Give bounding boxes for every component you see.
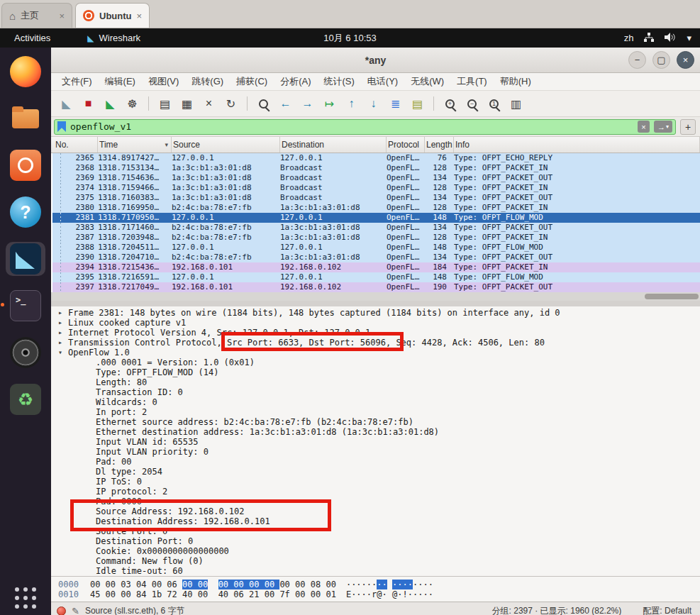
detail-line[interactable]: Pad: 00 (58, 457, 700, 467)
detail-line[interactable]: Internet Protocol Version 4, Src: 127.0.… (58, 328, 700, 338)
display-filter-input[interactable] (70, 121, 633, 132)
expert-info-icon[interactable] (57, 606, 66, 615)
input-language-indicator[interactable]: zh (624, 33, 634, 43)
detail-line[interactable]: Ethernet destination address: 1a:3c:b1:a… (58, 427, 700, 437)
terminal-icon[interactable]: >_ (6, 289, 45, 323)
zoom-in-button[interactable]: + (440, 94, 460, 113)
column-header[interactable]: Length (425, 137, 454, 153)
detail-line[interactable]: IP ToS: 0 (58, 477, 700, 487)
ubuntu-software-icon[interactable] (6, 148, 45, 182)
expander-icon[interactable] (58, 308, 68, 318)
capture-comment-icon[interactable]: ✎ (72, 606, 79, 615)
packet-row[interactable]: 2394 1318.7215436… 192.168.0.101 192.168… (52, 262, 700, 272)
reload-button[interactable]: ↻ (221, 94, 240, 113)
packet-row[interactable]: 2388 1318.7204511… 127.0.0.1 127.0.0.1 O… (52, 243, 700, 253)
menu-go[interactable]: 跳转(G) (185, 73, 230, 90)
expander-icon[interactable] (86, 397, 96, 407)
detail-line[interactable]: Transaction ID: 0 (58, 387, 700, 397)
auto-scroll-button[interactable]: ≣ (386, 94, 405, 113)
restart-capture-button[interactable]: ◣ (101, 94, 120, 113)
open-file-button[interactable]: ▤ (155, 94, 174, 113)
go-to-packet-button[interactable]: ↦ (320, 94, 339, 113)
packet-row[interactable]: 2365 1314.8917427… 127.0.0.1 127.0.0.1 O… (52, 153, 700, 163)
expander-icon[interactable] (86, 556, 96, 566)
expander-icon[interactable] (86, 506, 96, 516)
status-profile[interactable]: 配置: Default (643, 605, 691, 615)
detail-line[interactable]: Destination Port: 0 (58, 536, 700, 546)
packet-row[interactable]: 2387 1318.7203948… b2:4c:ba:78:e7:fb 1a:… (52, 233, 700, 243)
activities-button[interactable]: Activities (14, 33, 50, 43)
horizontal-scrollbar[interactable] (51, 292, 700, 301)
packet-row[interactable]: 2397 1318.7217049… 192.168.0.101 192.168… (52, 282, 700, 292)
zoom-reset-button[interactable]: 1 (484, 94, 504, 113)
expander-icon[interactable] (86, 516, 96, 526)
packet-row[interactable]: 2369 1318.7154636… 1a:3c:b1:a3:01:d8 Bro… (52, 173, 700, 183)
detail-line[interactable]: Pad: 0000 (58, 497, 700, 506)
zoom-out-button[interactable]: − (462, 94, 482, 113)
detail-line[interactable]: .000 0001 = Version: 1.0 (0x01) (58, 358, 700, 367)
go-top-button[interactable]: ↑ (342, 94, 361, 113)
detail-line[interactable]: In port: 2 (58, 407, 700, 417)
expander-icon[interactable] (58, 348, 68, 358)
bookmark-icon[interactable] (57, 121, 66, 132)
hex-row[interactable]: 001045 00 00 84 1b 72 40 00 40 06 21 00 … (58, 589, 700, 599)
packet-row[interactable]: 2375 1318.7160383… 1a:3c:b1:a3:01:d8 Bro… (52, 193, 700, 203)
add-filter-button[interactable]: + (680, 119, 696, 135)
packet-bytes-pane[interactable]: 000000 00 03 04 00 06 00 00 00 00 00 00 … (51, 576, 700, 602)
column-header[interactable]: Source (172, 137, 280, 153)
start-capture-button[interactable]: ◣ (57, 94, 76, 113)
recycle-icon[interactable]: ♻ (6, 382, 45, 416)
files-icon[interactable] (6, 101, 45, 135)
menu-tools[interactable]: 工具(T) (450, 73, 494, 90)
packet-row[interactable]: 2374 1318.7159466… 1a:3c:b1:a3:01:d8 Bro… (52, 183, 700, 193)
detail-line[interactable]: Cookie: 0x0000000000000000 (58, 546, 700, 556)
column-header[interactable]: Protocol (387, 137, 425, 153)
firefox-icon[interactable] (6, 55, 45, 89)
close-tab-icon[interactable]: × (59, 11, 65, 21)
save-file-button[interactable]: ▦ (177, 94, 196, 113)
expander-icon[interactable] (86, 387, 96, 397)
resize-columns-button[interactable]: ▥ (506, 94, 526, 113)
expander-icon[interactable] (58, 328, 68, 338)
expander-icon[interactable] (86, 367, 96, 377)
column-header[interactable]: No. (52, 137, 98, 153)
detail-line[interactable]: Frame 2381: 148 bytes on wire (1184 bits… (58, 308, 700, 318)
apply-filter-button[interactable]: →▾ (654, 121, 672, 133)
expander-icon[interactable] (86, 447, 96, 457)
go-back-button[interactable]: ← (276, 94, 295, 113)
detail-line[interactable]: Source Port: 0 (58, 526, 700, 536)
minimize-button[interactable]: − (628, 51, 646, 69)
clock[interactable]: 10月 6 10:53 (323, 32, 376, 45)
expander-icon[interactable] (86, 417, 96, 427)
go-bottom-button[interactable]: ↓ (364, 94, 383, 113)
volume-icon[interactable] (665, 33, 676, 44)
expander-icon[interactable] (86, 358, 96, 367)
expander-icon[interactable] (86, 546, 96, 556)
expander-icon[interactable] (58, 318, 68, 328)
detail-line[interactable]: Idle time-out: 60 (58, 566, 700, 576)
toolbar-separator[interactable] (148, 96, 149, 111)
capture-options-button[interactable]: ☸ (123, 94, 142, 113)
packet-row[interactable]: 2390 1318.7204710… b2:4c:ba:78:e7:fb 1a:… (52, 253, 700, 262)
tab-home[interactable]: ⌂ 主页 × (1, 3, 72, 28)
toolbar-separator[interactable] (433, 96, 434, 111)
expander-icon[interactable] (86, 467, 96, 477)
menu-file[interactable]: 文件(F) (55, 73, 99, 90)
packet-row[interactable]: 2383 1318.7171460… b2:4c:ba:78:e7:fb 1a:… (52, 223, 700, 233)
detail-line[interactable]: Source Address: 192.168.0.102 (58, 506, 700, 516)
packet-row[interactable]: 2381 1318.7170950… 127.0.0.1 127.0.0.1 O… (52, 213, 700, 223)
app-menu-button[interactable]: ◣ Wireshark (87, 33, 140, 43)
packet-row[interactable]: 2380 1318.7169950… b2:4c:ba:78:e7:fb 1a:… (52, 203, 700, 213)
system-menu-caret-icon[interactable]: ▾ (687, 33, 691, 43)
detail-line[interactable]: Input VLAN id: 65535 (58, 437, 700, 447)
maximize-button[interactable]: ▢ (652, 51, 670, 69)
tab-ubuntu[interactable]: Ubuntu × (75, 3, 150, 28)
expander-icon[interactable] (86, 497, 96, 506)
wireshark-dock-icon[interactable] (6, 242, 45, 276)
detail-line[interactable]: OpenFlow 1.0 (58, 348, 700, 358)
expander-icon[interactable] (86, 487, 96, 497)
pane-splitter[interactable] (51, 301, 700, 306)
find-packet-button[interactable] (254, 94, 273, 113)
expander-icon[interactable] (58, 338, 68, 348)
scrollbar-thumb[interactable] (645, 294, 699, 299)
